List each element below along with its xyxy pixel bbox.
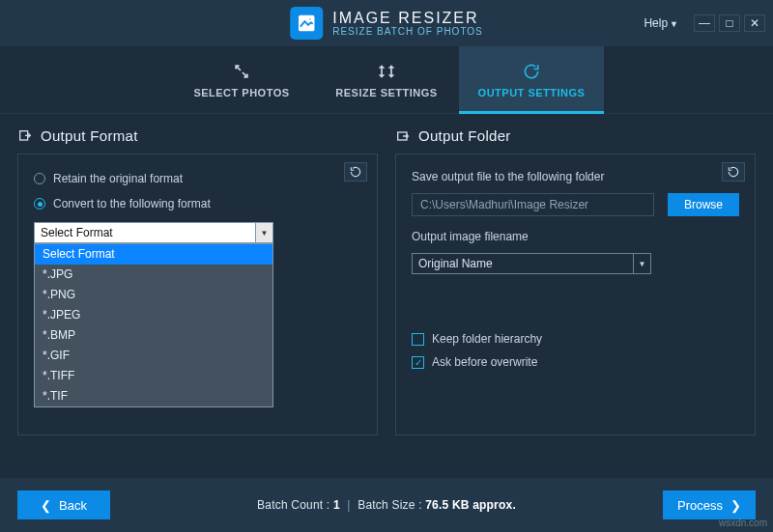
reset-folder-button[interactable] — [722, 162, 745, 182]
checkbox-label: Keep folder hierarchy — [432, 332, 542, 346]
resize-handles-icon — [377, 62, 396, 81]
batch-status: Batch Count : 1 | Batch Size : 76.5 KB a… — [257, 498, 516, 512]
export-icon — [17, 128, 33, 144]
combobox-value: Select Format — [35, 226, 255, 239]
minimize-button[interactable]: — — [694, 14, 715, 32]
filename-label: Output image filename — [412, 230, 739, 243]
format-dropdown: Select Format *.JPG *.PNG *.JPEG *.BMP *… — [34, 243, 273, 407]
filename-value: Original Name — [413, 257, 633, 270]
batch-count-label: Batch Count : — [257, 498, 329, 512]
app-logo — [290, 7, 323, 40]
output-path-field[interactable]: C:\Users\Madhuri\Image Resizer — [412, 193, 654, 216]
radio-icon — [34, 173, 45, 184]
checkbox-label: Ask before overwrite — [432, 355, 537, 369]
content-area: Output Format Retain the original format… — [0, 114, 773, 435]
dropdown-option[interactable]: Select Format — [35, 244, 272, 265]
expand-arrows-icon — [232, 62, 251, 81]
maximize-button[interactable]: □ — [719, 14, 740, 32]
output-path-value: C:\Users\Madhuri\Image Resizer — [420, 198, 588, 211]
panel-title: Output Folder — [418, 127, 511, 144]
process-button[interactable]: Process ❯ — [663, 490, 756, 519]
back-label: Back — [59, 498, 87, 513]
batch-size-value: 76.5 KB approx. — [425, 498, 516, 512]
keep-hierarchy-checkbox[interactable]: Keep folder hierarchy — [412, 332, 739, 346]
dropdown-option[interactable]: *.BMP — [35, 325, 272, 346]
chevron-down-icon: ▼ — [633, 254, 650, 273]
tab-output-settings[interactable]: OUTPUT SETTINGS — [459, 46, 604, 113]
folder-export-icon — [395, 128, 411, 144]
watermark: wsxdn.com — [719, 518, 767, 528]
batch-size-label: Batch Size : — [358, 498, 421, 512]
tab-bar: SELECT PHOTOS RESIZE SETTINGS OUTPUT SET… — [0, 46, 773, 114]
chevron-right-icon: ❯ — [730, 498, 741, 513]
app-subtitle: RESIZE BATCH OF PHOTOS — [332, 26, 483, 37]
tab-label: SELECT PHOTOS — [193, 87, 289, 98]
refresh-circle-icon — [522, 62, 541, 81]
title-bar: IMAGE RESIZER RESIZE BATCH OF PHOTOS Hel… — [0, 0, 773, 46]
app-brand: IMAGE RESIZER RESIZE BATCH OF PHOTOS — [290, 7, 483, 40]
browse-label: Browse — [684, 198, 723, 211]
checkbox-icon: ✓ — [412, 356, 424, 369]
tab-select-photos[interactable]: SELECT PHOTOS — [169, 46, 314, 113]
tab-resize-settings[interactable]: RESIZE SETTINGS — [314, 46, 459, 113]
checkbox-icon — [412, 333, 424, 346]
dropdown-option[interactable]: *.GIF — [35, 346, 272, 366]
close-button[interactable]: ✕ — [744, 14, 765, 32]
browse-button[interactable]: Browse — [668, 193, 739, 216]
filename-select[interactable]: Original Name ▼ — [412, 253, 651, 274]
radio-label: Convert to the following format — [53, 197, 211, 210]
save-folder-label: Save output file to the following folder — [412, 170, 739, 183]
dropdown-option[interactable]: *.TIFF — [35, 366, 272, 386]
ask-overwrite-checkbox[interactable]: ✓ Ask before overwrite — [412, 355, 739, 369]
chevron-left-icon: ❮ — [41, 498, 51, 513]
tab-label: OUTPUT SETTINGS — [478, 87, 586, 98]
help-label: Help — [644, 16, 668, 30]
output-folder-panel: Output Folder Save output file to the fo… — [395, 127, 756, 435]
dropdown-option[interactable]: *.JPEG — [35, 305, 272, 325]
chevron-down-icon: ▼ — [255, 223, 272, 242]
app-title: IMAGE RESIZER — [332, 10, 483, 27]
radio-label: Retain the original format — [53, 172, 183, 185]
back-button[interactable]: ❮ Back — [17, 490, 110, 519]
radio-convert-format[interactable]: Convert to the following format — [34, 197, 361, 210]
batch-count-value: 1 — [333, 498, 340, 512]
format-combobox[interactable]: Select Format ▼ Select Format *.JPG *.PN… — [34, 222, 273, 243]
chevron-down-icon: ▼ — [670, 19, 678, 29]
help-menu[interactable]: Help▼ — [644, 16, 678, 30]
dropdown-option[interactable]: *.JPG — [35, 265, 272, 285]
dropdown-option[interactable]: *.PNG — [35, 285, 272, 305]
dropdown-option[interactable]: *.TIF — [35, 386, 272, 406]
panel-title: Output Format — [41, 127, 138, 144]
radio-retain-original[interactable]: Retain the original format — [34, 172, 361, 185]
radio-icon — [34, 198, 45, 210]
footer-bar: ❮ Back Batch Count : 1 | Batch Size : 76… — [0, 478, 773, 532]
process-label: Process — [677, 498, 723, 513]
reset-format-button[interactable] — [344, 162, 367, 182]
output-format-panel: Output Format Retain the original format… — [17, 127, 378, 435]
svg-point-1 — [308, 17, 311, 20]
tab-label: RESIZE SETTINGS — [335, 87, 437, 98]
